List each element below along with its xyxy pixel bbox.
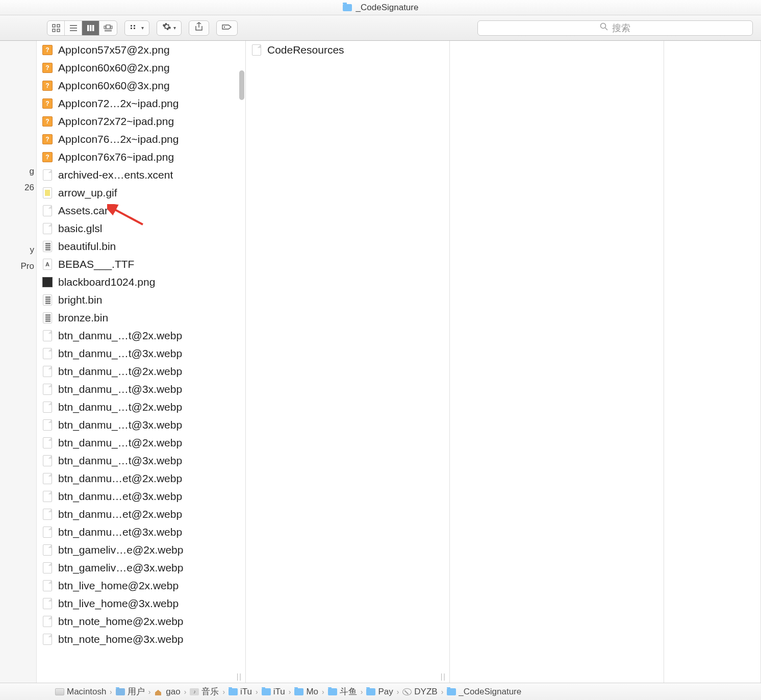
file-row[interactable]: btn_danmu_…t@2x.webp bbox=[37, 398, 245, 416]
path-crumb[interactable]: _CodeSignature bbox=[447, 687, 521, 697]
column-3[interactable] bbox=[450, 41, 664, 683]
share-button[interactable] bbox=[189, 20, 209, 36]
file-row[interactable]: bronze.bin bbox=[37, 309, 245, 327]
file-row[interactable]: AppIcon57x57@2x.png bbox=[37, 41, 245, 59]
blank-icon bbox=[42, 473, 53, 484]
file-name: AppIcon60x60@2x.png bbox=[58, 62, 170, 74]
tags-button[interactable] bbox=[216, 20, 238, 36]
file-row[interactable]: AppIcon60x60@2x.png bbox=[37, 59, 245, 77]
file-row[interactable]: btn_live_home@2x.webp bbox=[37, 577, 245, 594]
file-row[interactable]: arrow_up.gif bbox=[37, 184, 245, 202]
sidebar-fragment: g 26 y Pro bbox=[0, 41, 37, 683]
bin-icon bbox=[42, 241, 53, 252]
file-row[interactable]: archived-ex…ents.xcent bbox=[37, 166, 245, 184]
file-row[interactable]: AppIcon76x76~ipad.png bbox=[37, 148, 245, 166]
file-name: AppIcon57x57@2x.png bbox=[58, 44, 170, 56]
file-name: beautiful.bin bbox=[58, 240, 116, 253]
search-field[interactable]: 搜索 bbox=[477, 20, 753, 36]
icon-view-button[interactable] bbox=[47, 21, 65, 35]
blank-icon bbox=[42, 348, 53, 359]
file-row[interactable]: AppIcon72…2x~ipad.png bbox=[37, 94, 245, 112]
file-row[interactable]: btn_note_home@2x.webp bbox=[37, 612, 245, 630]
file-row[interactable]: basic.glsl bbox=[37, 219, 245, 237]
file-row[interactable]: btn_note_home@3x.webp bbox=[37, 630, 245, 648]
path-crumb-label: _CodeSignature bbox=[459, 687, 521, 697]
svg-rect-2 bbox=[53, 29, 55, 32]
folder-icon bbox=[294, 688, 303, 695]
file-row[interactable]: BEBAS___.TTF bbox=[37, 255, 245, 273]
action-menu-button[interactable]: ▾ bbox=[157, 20, 182, 36]
file-row[interactable]: btn_danmu…et@2x.webp bbox=[37, 505, 245, 523]
window-title: _CodeSignature bbox=[356, 3, 419, 13]
file-name: AppIcon60x60@3x.png bbox=[58, 80, 170, 92]
path-crumb[interactable]: 音乐 bbox=[190, 686, 219, 697]
svg-rect-9 bbox=[92, 25, 94, 31]
blank-icon bbox=[42, 580, 53, 591]
file-row[interactable]: btn_danmu_…t@3x.webp bbox=[37, 452, 245, 469]
column-1[interactable]: || AppIcon57x57@2x.pngAppIcon60x60@2x.pn… bbox=[37, 41, 246, 683]
path-crumb[interactable]: Mo bbox=[294, 687, 318, 697]
users-folder-icon bbox=[116, 688, 125, 695]
path-crumb-label: 用户 bbox=[128, 686, 145, 697]
home-icon bbox=[154, 688, 163, 695]
path-crumb[interactable]: iTu bbox=[262, 687, 285, 697]
scrollbar-thumb[interactable] bbox=[239, 70, 244, 100]
file-name: bronze.bin bbox=[58, 312, 108, 324]
file-row[interactable]: btn_danmu_…t@3x.webp bbox=[37, 344, 245, 362]
column-resize-handle[interactable]: || bbox=[441, 672, 446, 681]
path-crumb[interactable]: Pay bbox=[366, 687, 393, 697]
column-view-button[interactable] bbox=[82, 21, 99, 35]
file-row[interactable]: blackboard1024.png bbox=[37, 273, 245, 291]
file-row[interactable]: beautiful.bin bbox=[37, 237, 245, 255]
folder-icon bbox=[229, 688, 238, 695]
folder-icon bbox=[366, 688, 375, 695]
file-name: btn_danmu_…t@2x.webp bbox=[58, 365, 182, 378]
file-row[interactable]: btn_danmu…et@2x.webp bbox=[37, 469, 245, 487]
file-row[interactable]: AppIcon76…2x~ipad.png bbox=[37, 130, 245, 148]
file-row[interactable]: AppIcon72x72~ipad.png bbox=[37, 112, 245, 130]
file-name: btn_live_home@2x.webp bbox=[58, 580, 179, 592]
blank-icon bbox=[42, 455, 53, 466]
arrange-button[interactable]: ▾ bbox=[124, 20, 149, 36]
file-row[interactable]: btn_gameliv…e@2x.webp bbox=[37, 541, 245, 559]
file-row[interactable]: btn_danmu_…t@2x.webp bbox=[37, 362, 245, 380]
path-separator: › bbox=[440, 688, 445, 696]
file-name: btn_danmu_…t@3x.webp bbox=[58, 419, 182, 431]
path-crumb[interactable]: iTu bbox=[229, 687, 252, 697]
file-row[interactable]: btn_danmu_…t@2x.webp bbox=[37, 434, 245, 452]
file-name: btn_danmu…et@2x.webp bbox=[58, 472, 182, 485]
file-row[interactable]: Assets.car bbox=[37, 202, 245, 219]
file-row[interactable]: btn_danmu…et@3x.webp bbox=[37, 487, 245, 505]
path-crumb[interactable]: DYZB bbox=[402, 687, 437, 697]
path-separator: › bbox=[359, 688, 365, 696]
coverflow-view-button[interactable] bbox=[99, 21, 117, 35]
file-row[interactable]: btn_live_home@3x.webp bbox=[37, 594, 245, 612]
svg-rect-3 bbox=[57, 29, 60, 32]
blank-icon bbox=[42, 169, 53, 181]
file-row[interactable]: CodeResources bbox=[246, 41, 449, 59]
file-row[interactable]: btn_danmu_…t@3x.webp bbox=[37, 416, 245, 434]
gif-icon bbox=[42, 187, 53, 198]
path-crumb[interactable]: gao bbox=[154, 687, 180, 697]
path-crumb[interactable]: 斗鱼 bbox=[328, 686, 357, 697]
path-crumb[interactable]: Macintosh HD bbox=[55, 687, 106, 697]
file-row[interactable]: bright.bin bbox=[37, 291, 245, 309]
png-app-icon bbox=[42, 98, 53, 109]
column-resize-handle[interactable]: || bbox=[237, 672, 242, 681]
path-separator: › bbox=[183, 688, 188, 696]
file-row[interactable]: btn_danmu_…t@3x.webp bbox=[37, 380, 245, 398]
list-view-button[interactable] bbox=[65, 21, 82, 35]
svg-rect-8 bbox=[90, 25, 92, 31]
file-row[interactable]: btn_danmu…et@3x.webp bbox=[37, 523, 245, 541]
file-name: BEBAS___.TTF bbox=[58, 258, 134, 270]
path-crumb-label: Mo bbox=[306, 687, 318, 697]
column-4-preview bbox=[664, 41, 761, 683]
column-2[interactable]: || CodeResources bbox=[246, 41, 450, 683]
path-bar: Macintosh HD›用户›gao›音乐›iTu›iTu›Mo›斗鱼›Pay… bbox=[0, 683, 761, 700]
file-name: bright.bin bbox=[58, 294, 102, 306]
svg-rect-18 bbox=[134, 28, 135, 29]
file-row[interactable]: AppIcon60x60@3x.png bbox=[37, 77, 245, 94]
path-crumb[interactable]: 用户 bbox=[116, 686, 145, 697]
file-row[interactable]: btn_gameliv…e@3x.webp bbox=[37, 559, 245, 577]
file-row[interactable]: btn_danmu_…t@2x.webp bbox=[37, 327, 245, 344]
